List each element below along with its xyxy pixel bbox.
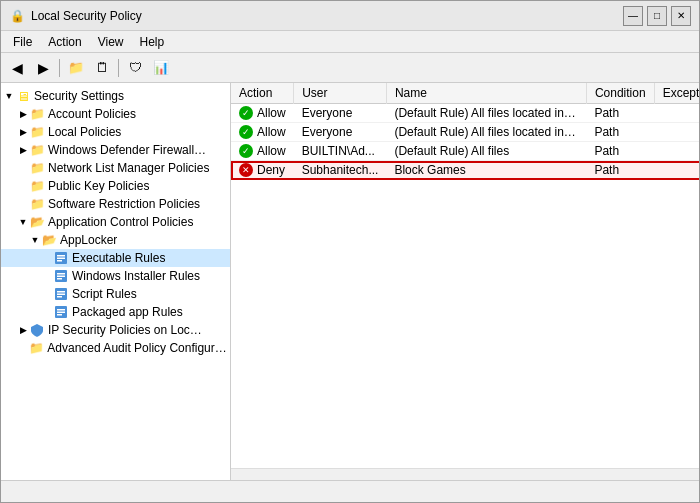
tree-item-app-control[interactable]: ▼ 📂 Application Control Policies — [1, 213, 230, 231]
rules-icon-installer — [53, 268, 69, 284]
tree-item-account-policies[interactable]: ▶ 📁 Account Policies — [1, 105, 230, 123]
cell-exceptions-0 — [654, 104, 699, 123]
rules-icon-packaged — [53, 304, 69, 320]
window-title: Local Security Policy — [31, 9, 623, 23]
toggle-ip-security[interactable]: ▶ — [17, 325, 29, 335]
folder-icon-pubkey: 📁 — [29, 178, 45, 194]
tree-item-applocker[interactable]: ▼ 📂 AppLocker — [1, 231, 230, 249]
action-label: Allow — [257, 125, 286, 139]
svg-rect-10 — [57, 294, 65, 296]
action-label: Deny — [257, 163, 285, 177]
menu-file[interactable]: File — [5, 33, 40, 51]
folder-icon-audit: 📁 — [28, 340, 44, 356]
menu-action[interactable]: Action — [40, 33, 89, 51]
col-header-action[interactable]: Action — [231, 83, 294, 104]
cell-name-3: Block Games — [386, 161, 586, 180]
toggle-app-control[interactable]: ▼ — [17, 217, 29, 227]
tree-label-applocker: AppLocker — [60, 233, 117, 247]
col-header-name[interactable]: Name — [386, 83, 586, 104]
tree-item-installer-rules[interactable]: ▶ Windows Installer Rules — [1, 267, 230, 285]
toggle-local-policies[interactable]: ▶ — [17, 127, 29, 137]
toggle-applocker[interactable]: ▼ — [29, 235, 41, 245]
folder-icon-defender: 📁 — [29, 142, 45, 158]
rules-icon-executable — [53, 250, 69, 266]
shield-icon-ip — [29, 322, 45, 338]
horizontal-scrollbar[interactable] — [231, 468, 699, 480]
toolbar-separator-2 — [118, 59, 119, 77]
action-label: Allow — [257, 106, 286, 120]
col-header-condition[interactable]: Condition — [586, 83, 654, 104]
folder-icon-appcontrol: 📂 — [29, 214, 45, 230]
col-header-exceptions[interactable]: Exceptions — [654, 83, 699, 104]
tree-label-installer-rules: Windows Installer Rules — [72, 269, 200, 283]
table-row[interactable]: ✓AllowEveryone(Default Rule) All files l… — [231, 104, 699, 123]
cell-condition-0: Path — [586, 104, 654, 123]
main-window: 🔒 Local Security Policy — □ ✕ File Actio… — [0, 0, 700, 503]
tree-item-software-restriction[interactable]: ▶ 📁 Software Restriction Policies — [1, 195, 230, 213]
rules-table: Action User Name Condition Exceptions ✓A… — [231, 83, 699, 180]
col-header-user[interactable]: User — [294, 83, 387, 104]
tree-item-script-rules[interactable]: ▶ Script Rules — [1, 285, 230, 303]
tree-label-app-control: Application Control Policies — [48, 215, 193, 229]
tree-item-security-settings[interactable]: ▼ 🖥 Security Settings — [1, 87, 230, 105]
cell-action-0: ✓Allow — [231, 104, 294, 123]
menu-bar: File Action View Help — [1, 31, 699, 53]
tree-item-ip-security[interactable]: ▶ IP Security Policies on Local Compute.… — [1, 321, 230, 339]
back-button[interactable]: ◀ — [5, 56, 29, 80]
table-row[interactable]: ✕DenySubhanitech...Block GamesPath — [231, 161, 699, 180]
tree-item-advanced-audit[interactable]: ▶ 📁 Advanced Audit Policy Configuration — [1, 339, 230, 357]
policy-button[interactable]: 🛡 — [123, 56, 147, 80]
window-icon: 🔒 — [9, 8, 25, 24]
menu-view[interactable]: View — [90, 33, 132, 51]
minimize-button[interactable]: — — [623, 6, 643, 26]
table-container[interactable]: Action User Name Condition Exceptions ✓A… — [231, 83, 699, 468]
cell-exceptions-1 — [654, 123, 699, 142]
folder-icon-software: 📁 — [29, 196, 45, 212]
svg-rect-14 — [57, 312, 65, 314]
allow-icon: ✓ — [239, 144, 253, 158]
tree-item-network-list[interactable]: ▶ 📁 Network List Manager Policies — [1, 159, 230, 177]
table-row[interactable]: ✓AllowBUILTIN\Ad...(Default Rule) All fi… — [231, 142, 699, 161]
maximize-button[interactable]: □ — [647, 6, 667, 26]
right-panel: Action User Name Condition Exceptions ✓A… — [231, 83, 699, 480]
tree-item-windows-defender[interactable]: ▶ 📁 Windows Defender Firewall with Adva.… — [1, 141, 230, 159]
svg-rect-1 — [57, 255, 65, 257]
allow-icon: ✓ — [239, 125, 253, 139]
title-bar: 🔒 Local Security Policy — □ ✕ — [1, 1, 699, 31]
rules-icon-script — [53, 286, 69, 302]
console-button[interactable]: 🗒 — [90, 56, 114, 80]
svg-rect-6 — [57, 276, 65, 278]
allow-icon: ✓ — [239, 106, 253, 120]
svg-rect-5 — [57, 273, 65, 275]
cell-action-2: ✓Allow — [231, 142, 294, 161]
cell-name-2: (Default Rule) All files — [386, 142, 586, 161]
tree-label-ip-security: IP Security Policies on Local Compute... — [48, 323, 203, 337]
svg-rect-2 — [57, 258, 65, 260]
close-button[interactable]: ✕ — [671, 6, 691, 26]
toggle-windows-defender[interactable]: ▶ — [17, 145, 29, 155]
tree-item-packaged-rules[interactable]: ▶ Packaged app Rules — [1, 303, 230, 321]
view-button[interactable]: 📊 — [149, 56, 173, 80]
cell-action-1: ✓Allow — [231, 123, 294, 142]
tree-label-security-settings: Security Settings — [34, 89, 124, 103]
svg-rect-11 — [57, 296, 62, 298]
tree-item-executable-rules[interactable]: ▶ Executable Rules — [1, 249, 230, 267]
tree-label-local-policies: Local Policies — [48, 125, 121, 139]
table-row[interactable]: ✓AllowEveryone(Default Rule) All files l… — [231, 123, 699, 142]
cell-user-2: BUILTIN\Ad... — [294, 142, 387, 161]
toggle-security-settings[interactable]: ▼ — [3, 91, 15, 101]
cell-condition-1: Path — [586, 123, 654, 142]
folder-icon-local: 📁 — [29, 124, 45, 140]
svg-rect-13 — [57, 309, 65, 311]
tree-item-public-key[interactable]: ▶ 📁 Public Key Policies — [1, 177, 230, 195]
folder-button[interactable]: 📁 — [64, 56, 88, 80]
main-content: ▼ 🖥 Security Settings ▶ 📁 Account Polici… — [1, 83, 699, 480]
forward-button[interactable]: ▶ — [31, 56, 55, 80]
menu-help[interactable]: Help — [132, 33, 173, 51]
svg-rect-15 — [57, 314, 62, 316]
tree-label-executable-rules: Executable Rules — [72, 251, 165, 265]
cell-action-3: ✕Deny — [231, 161, 294, 180]
toggle-account-policies[interactable]: ▶ — [17, 109, 29, 119]
tree-item-local-policies[interactable]: ▶ 📁 Local Policies — [1, 123, 230, 141]
tree-label-advanced-audit: Advanced Audit Policy Configuration — [47, 341, 230, 355]
